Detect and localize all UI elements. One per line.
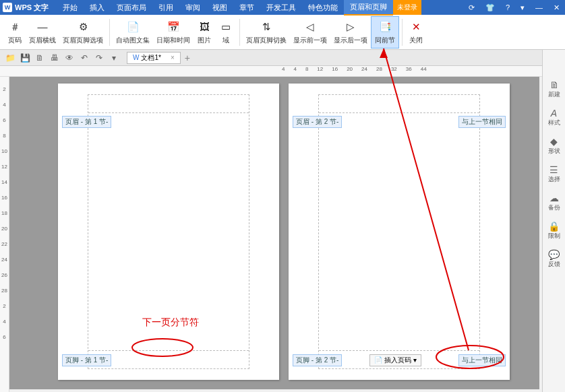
sidebar-feedback[interactable]: 💬反馈	[545, 249, 564, 273]
help-icon[interactable]: ?	[500, 3, 515, 12]
tab-close-icon[interactable]: ×	[171, 54, 175, 61]
minimize-icon[interactable]: —	[530, 3, 548, 12]
footer-tag-p2: 页脚 - 第 2 节-	[293, 354, 342, 366]
sidebar-restrict[interactable]: 🔒限制	[545, 221, 564, 245]
dropdown-icon[interactable]: ▾	[515, 3, 530, 12]
header-footer-options-button[interactable]: ⚙页眉页脚选项	[59, 16, 107, 48]
workspace: 页眉 - 第 1 节- 页脚 - 第 1 节- 页眉 - 第 2 节- 与上一节…	[9, 77, 539, 389]
ribbon: #️页码 —页眉横线 ⚙页眉页脚选项 📄自动图文集 📅日期和时间 🖼图片 ▭域 …	[0, 15, 565, 50]
sidebar-backup[interactable]: ☁备份	[545, 193, 564, 217]
h-ruler: 4481216202428323644	[0, 66, 565, 77]
document-tab[interactable]: W 文档1 * ×	[127, 52, 181, 64]
picture-button[interactable]: 🖼图片	[194, 16, 215, 48]
menu-ref[interactable]: 引用	[152, 0, 179, 15]
sidebar-styles[interactable]: A样式	[545, 108, 564, 132]
tab-add-icon[interactable]: +	[185, 53, 190, 63]
header-same-tag-p2: 与上一节相同	[458, 116, 506, 128]
v-ruler: 246810121416182022242628246	[0, 77, 9, 392]
header-footer-toggle-button[interactable]: ⇅页眉页脚切换	[243, 16, 290, 48]
preview-icon[interactable]: 👁	[63, 52, 76, 64]
login-button[interactable]: 未登录	[393, 0, 421, 15]
menu-header-footer[interactable]: 页眉和页脚	[344, 0, 393, 15]
show-prev-button[interactable]: ◁显示前一项	[290, 16, 330, 48]
page-number-button[interactable]: #️页码	[4, 16, 26, 48]
saveas-icon[interactable]: 🗎	[34, 52, 46, 64]
more-icon[interactable]: ▾	[108, 52, 120, 64]
title-bar: W WPS 文字 开始 插入 页面布局 引用 审阅 视图 章节 开发工具 特色功…	[0, 0, 565, 15]
sidebar-shapes[interactable]: ◆形状	[545, 136, 564, 160]
show-next-button[interactable]: ▷显示后一项	[330, 16, 371, 48]
right-sidebar: 🗎新建 A样式 ◆形状 ☰选择 ☁备份 🔒限制 💬反馈	[542, 50, 565, 392]
redo-icon[interactable]: ↷	[93, 52, 105, 64]
date-time-button[interactable]: 📅日期和时间	[153, 16, 194, 48]
print-icon[interactable]: 🖶	[49, 52, 61, 64]
menu-insert[interactable]: 插入	[84, 0, 111, 15]
menu-dev[interactable]: 开发工具	[260, 0, 302, 15]
page-2: 页眉 - 第 2 节- 与上一节相同 页脚 - 第 2 节- 与上一节相同 📄 …	[289, 84, 510, 380]
save-icon[interactable]: 💾	[19, 52, 31, 64]
annotation-label: 下一页分节符	[142, 317, 199, 329]
menu-section[interactable]: 章节	[233, 0, 260, 15]
close-icon[interactable]: ✕	[548, 3, 565, 12]
field-button[interactable]: ▭域	[215, 16, 237, 48]
app-name: WPS 文字	[15, 3, 49, 13]
undo-icon[interactable]: ↶	[78, 52, 90, 64]
menu-start[interactable]: 开始	[57, 0, 84, 15]
window-controls: ⟳ 👕 ? ▾ — ✕	[463, 3, 565, 12]
menu-special[interactable]: 特色功能	[302, 0, 344, 15]
page-1: 页眉 - 第 1 节- 页脚 - 第 1 节-	[58, 84, 279, 380]
app-icon: W	[3, 3, 12, 12]
insert-page-number-button[interactable]: 📄 插入页码 ▾	[369, 354, 421, 366]
footer-same-tag-p2: 与上一节相同	[458, 354, 506, 366]
menu-review[interactable]: 审阅	[179, 0, 206, 15]
same-as-previous-button[interactable]: 📑同前节	[371, 16, 399, 48]
sidebar-new[interactable]: 🗎新建	[545, 79, 564, 104]
refresh-icon[interactable]: ⟳	[463, 3, 480, 12]
menu-layout[interactable]: 页面布局	[111, 0, 152, 15]
skin-icon[interactable]: 👕	[480, 3, 500, 12]
doc-name: 文档1	[141, 53, 158, 63]
close-hf-button[interactable]: ✕关闭	[405, 16, 427, 48]
quick-toolbar: 📁 💾 🗎 🖶 👁 ↶ ↷ ▾ W 文档1 * × +	[0, 50, 565, 66]
header-tag-p2: 页眉 - 第 2 节-	[293, 116, 342, 128]
folder-icon[interactable]: 📁	[4, 52, 16, 64]
footer-tag-p1: 页脚 - 第 1 节-	[62, 354, 111, 366]
sidebar-select[interactable]: ☰选择	[545, 164, 564, 189]
header-line-button[interactable]: —页眉横线	[26, 16, 59, 48]
menu-view[interactable]: 视图	[206, 0, 233, 15]
header-tag-p1: 页眉 - 第 1 节-	[62, 116, 111, 128]
autotext-button[interactable]: 📄自动图文集	[113, 16, 153, 48]
